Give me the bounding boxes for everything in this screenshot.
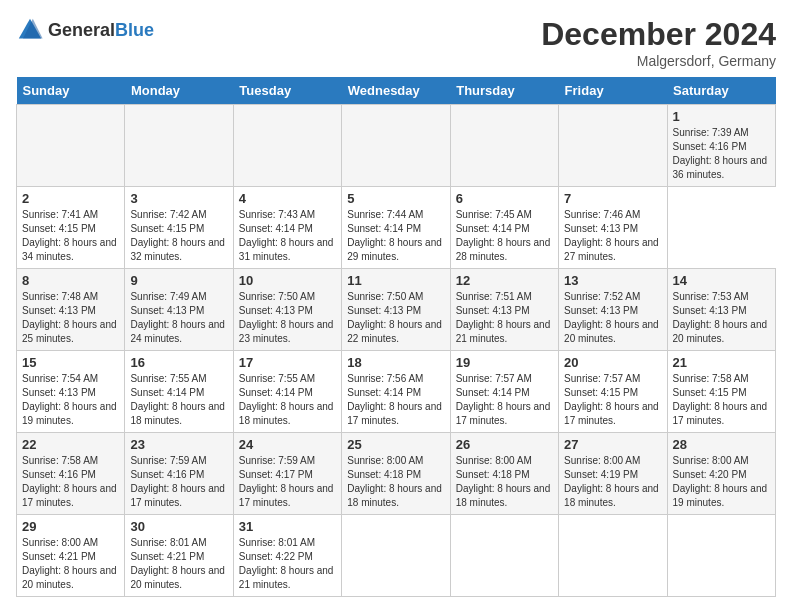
day-number: 8 [22, 273, 119, 288]
cell-content: Sunrise: 8:00 AM Sunset: 4:18 PM Dayligh… [347, 454, 444, 510]
cell-content: Sunrise: 7:55 AM Sunset: 4:14 PM Dayligh… [130, 372, 227, 428]
day-number: 5 [347, 191, 444, 206]
cell-content: Sunrise: 8:01 AM Sunset: 4:21 PM Dayligh… [130, 536, 227, 592]
day-number: 16 [130, 355, 227, 370]
week-row-3: 15 Sunrise: 7:54 AM Sunset: 4:13 PM Dayl… [17, 351, 776, 433]
day-number: 25 [347, 437, 444, 452]
calendar-cell: 13 Sunrise: 7:52 AM Sunset: 4:13 PM Dayl… [559, 269, 667, 351]
cell-content: Sunrise: 8:00 AM Sunset: 4:21 PM Dayligh… [22, 536, 119, 592]
calendar-cell: 6 Sunrise: 7:45 AM Sunset: 4:14 PM Dayli… [450, 187, 558, 269]
day-number: 26 [456, 437, 553, 452]
header-cell-thursday: Thursday [450, 77, 558, 105]
calendar-cell: 3 Sunrise: 7:42 AM Sunset: 4:15 PM Dayli… [125, 187, 233, 269]
cell-content: Sunrise: 8:00 AM Sunset: 4:18 PM Dayligh… [456, 454, 553, 510]
calendar-cell: 4 Sunrise: 7:43 AM Sunset: 4:14 PM Dayli… [233, 187, 341, 269]
calendar-cell [450, 105, 558, 187]
day-number: 13 [564, 273, 661, 288]
month-title: December 2024 [541, 16, 776, 53]
calendar-cell: 22 Sunrise: 7:58 AM Sunset: 4:16 PM Dayl… [17, 433, 125, 515]
calendar-cell: 11 Sunrise: 7:50 AM Sunset: 4:13 PM Dayl… [342, 269, 450, 351]
cell-content: Sunrise: 7:48 AM Sunset: 4:13 PM Dayligh… [22, 290, 119, 346]
cell-content: Sunrise: 7:58 AM Sunset: 4:16 PM Dayligh… [22, 454, 119, 510]
cell-content: Sunrise: 7:59 AM Sunset: 4:16 PM Dayligh… [130, 454, 227, 510]
cell-content: Sunrise: 7:42 AM Sunset: 4:15 PM Dayligh… [130, 208, 227, 264]
cell-content: Sunrise: 8:00 AM Sunset: 4:19 PM Dayligh… [564, 454, 661, 510]
cell-content: Sunrise: 7:57 AM Sunset: 4:14 PM Dayligh… [456, 372, 553, 428]
day-number: 3 [130, 191, 227, 206]
day-number: 22 [22, 437, 119, 452]
week-row-5: 29 Sunrise: 8:00 AM Sunset: 4:21 PM Dayl… [17, 515, 776, 597]
calendar-cell: 25 Sunrise: 8:00 AM Sunset: 4:18 PM Dayl… [342, 433, 450, 515]
cell-content: Sunrise: 7:50 AM Sunset: 4:13 PM Dayligh… [347, 290, 444, 346]
cell-content: Sunrise: 7:41 AM Sunset: 4:15 PM Dayligh… [22, 208, 119, 264]
day-number: 28 [673, 437, 770, 452]
header-cell-monday: Monday [125, 77, 233, 105]
day-number: 24 [239, 437, 336, 452]
calendar-cell: 12 Sunrise: 7:51 AM Sunset: 4:13 PM Dayl… [450, 269, 558, 351]
cell-content: Sunrise: 7:39 AM Sunset: 4:16 PM Dayligh… [673, 126, 770, 182]
cell-content: Sunrise: 7:55 AM Sunset: 4:14 PM Dayligh… [239, 372, 336, 428]
day-number: 17 [239, 355, 336, 370]
calendar-cell: 27 Sunrise: 8:00 AM Sunset: 4:19 PM Dayl… [559, 433, 667, 515]
calendar-cell: 21 Sunrise: 7:58 AM Sunset: 4:15 PM Dayl… [667, 351, 775, 433]
calendar-cell: 24 Sunrise: 7:59 AM Sunset: 4:17 PM Dayl… [233, 433, 341, 515]
calendar-cell: 17 Sunrise: 7:55 AM Sunset: 4:14 PM Dayl… [233, 351, 341, 433]
calendar-cell: 10 Sunrise: 7:50 AM Sunset: 4:13 PM Dayl… [233, 269, 341, 351]
calendar-cell: 30 Sunrise: 8:01 AM Sunset: 4:21 PM Dayl… [125, 515, 233, 597]
header-cell-friday: Friday [559, 77, 667, 105]
week-row-0: 1 Sunrise: 7:39 AM Sunset: 4:16 PM Dayli… [17, 105, 776, 187]
cell-content: Sunrise: 7:45 AM Sunset: 4:14 PM Dayligh… [456, 208, 553, 264]
day-number: 1 [673, 109, 770, 124]
calendar-table: SundayMondayTuesdayWednesdayThursdayFrid… [16, 77, 776, 597]
calendar-cell: 9 Sunrise: 7:49 AM Sunset: 4:13 PM Dayli… [125, 269, 233, 351]
cell-content: Sunrise: 7:59 AM Sunset: 4:17 PM Dayligh… [239, 454, 336, 510]
cell-content: Sunrise: 7:52 AM Sunset: 4:13 PM Dayligh… [564, 290, 661, 346]
logo-text-blue: Blue [115, 20, 154, 40]
calendar-cell: 26 Sunrise: 8:00 AM Sunset: 4:18 PM Dayl… [450, 433, 558, 515]
calendar-cell: 5 Sunrise: 7:44 AM Sunset: 4:14 PM Dayli… [342, 187, 450, 269]
day-number: 30 [130, 519, 227, 534]
day-number: 2 [22, 191, 119, 206]
location-title: Malgersdorf, Germany [541, 53, 776, 69]
day-number: 4 [239, 191, 336, 206]
day-number: 21 [673, 355, 770, 370]
week-row-4: 22 Sunrise: 7:58 AM Sunset: 4:16 PM Dayl… [17, 433, 776, 515]
day-number: 23 [130, 437, 227, 452]
calendar-cell [342, 105, 450, 187]
calendar-cell [667, 515, 775, 597]
header-row: SundayMondayTuesdayWednesdayThursdayFrid… [17, 77, 776, 105]
cell-content: Sunrise: 7:50 AM Sunset: 4:13 PM Dayligh… [239, 290, 336, 346]
calendar-cell [342, 515, 450, 597]
calendar-cell: 20 Sunrise: 7:57 AM Sunset: 4:15 PM Dayl… [559, 351, 667, 433]
cell-content: Sunrise: 7:57 AM Sunset: 4:15 PM Dayligh… [564, 372, 661, 428]
cell-content: Sunrise: 7:53 AM Sunset: 4:13 PM Dayligh… [673, 290, 770, 346]
calendar-cell: 19 Sunrise: 7:57 AM Sunset: 4:14 PM Dayl… [450, 351, 558, 433]
header-cell-sunday: Sunday [17, 77, 125, 105]
day-number: 29 [22, 519, 119, 534]
cell-content: Sunrise: 7:44 AM Sunset: 4:14 PM Dayligh… [347, 208, 444, 264]
calendar-cell [559, 515, 667, 597]
day-number: 27 [564, 437, 661, 452]
cell-content: Sunrise: 7:54 AM Sunset: 4:13 PM Dayligh… [22, 372, 119, 428]
header-cell-saturday: Saturday [667, 77, 775, 105]
day-number: 19 [456, 355, 553, 370]
cell-content: Sunrise: 8:01 AM Sunset: 4:22 PM Dayligh… [239, 536, 336, 592]
week-row-2: 8 Sunrise: 7:48 AM Sunset: 4:13 PM Dayli… [17, 269, 776, 351]
day-number: 20 [564, 355, 661, 370]
calendar-cell: 8 Sunrise: 7:48 AM Sunset: 4:13 PM Dayli… [17, 269, 125, 351]
calendar-cell: 16 Sunrise: 7:55 AM Sunset: 4:14 PM Dayl… [125, 351, 233, 433]
day-number: 12 [456, 273, 553, 288]
calendar-cell: 1 Sunrise: 7:39 AM Sunset: 4:16 PM Dayli… [667, 105, 775, 187]
header: GeneralBlue December 2024 Malgersdorf, G… [16, 16, 776, 69]
header-cell-wednesday: Wednesday [342, 77, 450, 105]
title-area: December 2024 Malgersdorf, Germany [541, 16, 776, 69]
logo-icon [16, 16, 44, 44]
calendar-cell [450, 515, 558, 597]
day-number: 6 [456, 191, 553, 206]
calendar-cell: 14 Sunrise: 7:53 AM Sunset: 4:13 PM Dayl… [667, 269, 775, 351]
day-number: 15 [22, 355, 119, 370]
calendar-cell: 28 Sunrise: 8:00 AM Sunset: 4:20 PM Dayl… [667, 433, 775, 515]
day-number: 14 [673, 273, 770, 288]
cell-content: Sunrise: 8:00 AM Sunset: 4:20 PM Dayligh… [673, 454, 770, 510]
logo: GeneralBlue [16, 16, 154, 44]
